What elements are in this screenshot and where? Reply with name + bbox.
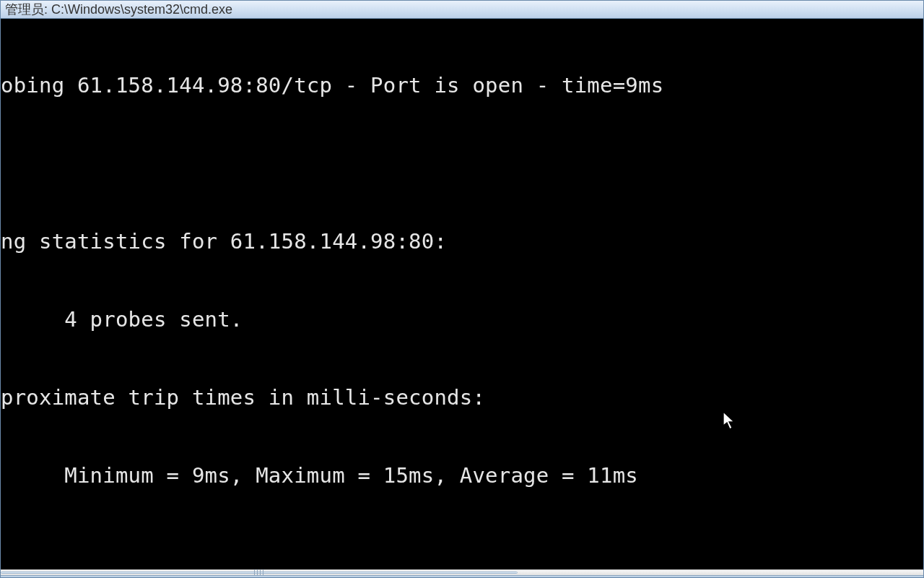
scrollbar-track[interactable] [1, 570, 923, 574]
output-line [1, 150, 923, 176]
output-line: Minimum = 9ms, Maximum = 15ms, Average =… [1, 462, 923, 488]
scrollbar-grip-icon [254, 569, 264, 575]
output-line: ng statistics for 61.158.144.98:80: [1, 228, 923, 254]
window-title-text: 管理员: C:\Windows\system32\cmd.exe [5, 1, 232, 18]
output-line: proximate trip times in milli-seconds: [1, 384, 923, 410]
horizontal-scrollbar[interactable] [1, 569, 923, 574]
cmd-window: 管理员: C:\Windows\system32\cmd.exe obing 6… [0, 0, 924, 578]
output-line [1, 540, 923, 566]
output-line: obing 61.158.144.98:80/tcp - Port is ope… [1, 72, 923, 98]
output-line: 4 probes sent. [1, 306, 923, 332]
window-titlebar[interactable]: 管理员: C:\Windows\system32\cmd.exe [1, 1, 923, 19]
terminal-output-area[interactable]: obing 61.158.144.98:80/tcp - Port is ope… [1, 19, 923, 569]
window-bottom-border [1, 575, 923, 577]
scrollbar-thumb[interactable] [1, 571, 518, 573]
